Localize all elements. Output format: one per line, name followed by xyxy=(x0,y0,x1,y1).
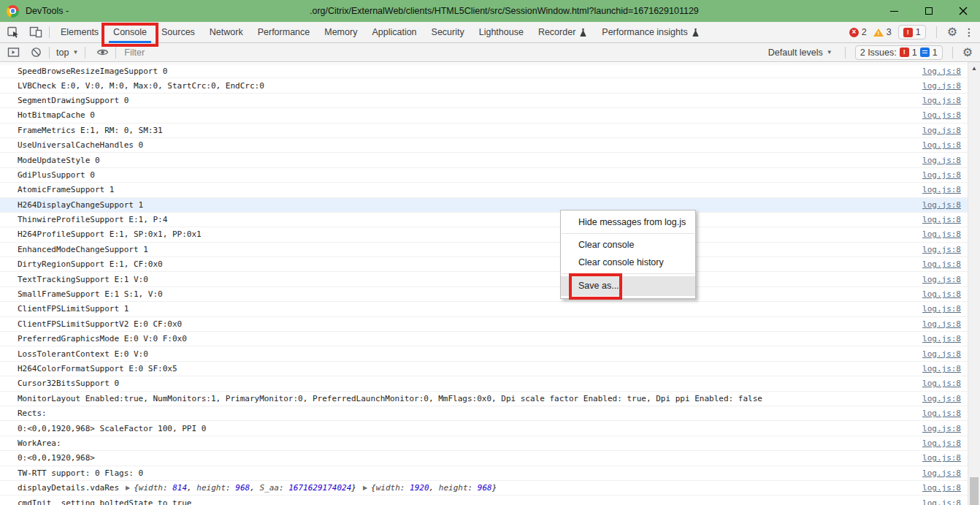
tab-lighthouse[interactable]: Lighthouse xyxy=(472,22,531,43)
console-message-row[interactable]: displayDetails.vdaRes▶{width: 814, heigh… xyxy=(0,481,968,495)
console-message-row[interactable]: ModeUpdateStyle 0log.js:8 xyxy=(0,153,968,167)
console-message-row[interactable]: SmallFrameSupport E:1 S:1, V:0log.js:8 xyxy=(0,287,968,302)
source-link[interactable]: log.js:8 xyxy=(922,334,961,343)
source-link[interactable]: log.js:8 xyxy=(922,349,961,359)
source-link[interactable]: log.js:8 xyxy=(922,379,961,388)
source-link[interactable]: log.js:8 xyxy=(922,200,961,210)
source-link[interactable]: log.js:8 xyxy=(922,215,961,224)
maximize-button[interactable] xyxy=(911,0,946,22)
console-message-row[interactable]: FrameMetrics E:1, RM: 0, SM:31log.js:8 xyxy=(0,124,968,138)
tab-elements[interactable]: Elements xyxy=(53,22,106,43)
source-link[interactable]: log.js:8 xyxy=(922,259,961,269)
log-levels-dropdown[interactable]: Default levels ▼ xyxy=(765,48,835,58)
source-link[interactable]: log.js:8 xyxy=(922,185,961,194)
console-message-row[interactable]: TextTrackingSupport E:1 V:0log.js:8 xyxy=(0,272,968,286)
console-message-row[interactable]: H264DisplayChangeSupport 1log.js:8 xyxy=(0,198,968,213)
menu-item-clear-console[interactable]: Clear console xyxy=(561,236,695,254)
source-link[interactable]: log.js:8 xyxy=(922,483,961,493)
tab-sources[interactable]: Sources xyxy=(154,22,202,43)
context-selector-dropdown[interactable]: top ▼ xyxy=(53,48,81,58)
source-link[interactable]: log.js:8 xyxy=(922,170,961,180)
filter-input[interactable] xyxy=(120,45,765,61)
divider xyxy=(845,47,846,58)
source-link[interactable]: log.js:8 xyxy=(922,110,961,120)
console-message-row[interactable]: HotBitmapCache 0log.js:8 xyxy=(0,108,968,123)
source-link[interactable]: log.js:8 xyxy=(922,453,961,463)
console-message-row[interactable]: TW-RTT support: 0 Flags: 0log.js:8 xyxy=(0,466,968,481)
console-message-row[interactable]: GdiPlusSupport 0log.js:8 xyxy=(0,168,968,183)
more-options-icon[interactable]: ⋮ xyxy=(964,27,974,37)
source-link[interactable]: log.js:8 xyxy=(922,394,961,403)
console-message-row[interactable]: SegmentDrawingSupport 0log.js:8 xyxy=(0,94,968,108)
menu-item-clear-console-history[interactable]: Clear console history xyxy=(561,254,695,271)
source-link[interactable]: log.js:8 xyxy=(922,319,961,329)
source-link[interactable]: log.js:8 xyxy=(922,245,961,254)
tab-memory[interactable]: Memory xyxy=(317,22,364,43)
console-message-row[interactable]: AtomicFrameSupport 1log.js:8 xyxy=(0,183,968,197)
scroll-up-arrow-icon[interactable]: ▲ xyxy=(968,62,980,74)
close-button[interactable] xyxy=(946,0,980,22)
source-link[interactable]: log.js:8 xyxy=(922,498,961,505)
tab-security[interactable]: Security xyxy=(424,22,472,43)
console-message-row[interactable]: ThinwireProfileSupport E:1, P:4log.js:8 xyxy=(0,213,968,227)
console-message-row[interactable]: MonitorLayout Enabled:true, NumMonitors:… xyxy=(0,392,968,406)
menu-item-save-as[interactable]: Save as... xyxy=(561,276,695,296)
source-link[interactable]: log.js:8 xyxy=(922,140,961,150)
inspect-element-button[interactable] xyxy=(4,23,23,42)
console-message-row[interactable]: UseUniversalCacheHandles 0log.js:8 xyxy=(0,138,968,153)
tab-performance-insights[interactable]: Performance insights xyxy=(594,22,706,43)
device-toolbar-button[interactable] xyxy=(26,23,45,42)
console-message-row[interactable]: LossTolerantContext E:0 V:0log.js:8 xyxy=(0,346,968,361)
clear-console-button[interactable] xyxy=(26,43,45,62)
tab-console[interactable]: Console xyxy=(106,22,154,43)
console-message-row[interactable]: SpeedBrowseResizeImageSupport 0log.js:8 xyxy=(0,64,968,78)
source-link[interactable]: log.js:8 xyxy=(922,438,961,448)
console-message-row[interactable]: H264ProfileSupport E:1, SP:0x1, PP:0x1lo… xyxy=(0,227,968,242)
source-link[interactable]: log.js:8 xyxy=(922,126,961,135)
console-message-row[interactable]: ClientFPSLimitSupportV2 E:0 CF:0x0log.js… xyxy=(0,317,968,332)
console-settings-gear-icon[interactable]: ⚙ xyxy=(962,47,973,58)
console-message-row[interactable]: WorkArea:log.js:8 xyxy=(0,436,968,451)
console-errors-badge[interactable]: × 2 xyxy=(849,27,867,37)
console-sidebar-toggle-button[interactable] xyxy=(4,43,23,62)
console-message-row[interactable]: cmdInit setting boltedState to truelog.j… xyxy=(0,495,968,505)
console-message-row[interactable]: Cursor32BitsSupport 0log.js:8 xyxy=(0,376,968,391)
source-link[interactable]: log.js:8 xyxy=(922,289,961,299)
error-count: 2 xyxy=(862,27,867,37)
source-link[interactable]: log.js:8 xyxy=(922,156,961,165)
tab-application[interactable]: Application xyxy=(364,22,424,43)
settings-gear-icon[interactable]: ⚙ xyxy=(947,26,957,38)
console-message-row[interactable]: EnhancedModeChangeSupport 1log.js:8 xyxy=(0,243,968,257)
source-link[interactable]: log.js:8 xyxy=(922,409,961,418)
source-link[interactable]: log.js:8 xyxy=(922,424,961,433)
console-message-row[interactable]: 0:<0,0,1920,968>log.js:8 xyxy=(0,451,968,466)
source-link[interactable]: log.js:8 xyxy=(922,96,961,105)
console-message-row[interactable]: H264ColorFormatSupport E:0 SF:0x5log.js:… xyxy=(0,362,968,376)
minimize-button[interactable] xyxy=(877,0,911,22)
tab-performance[interactable]: Performance xyxy=(250,22,318,43)
scrollbar-thumb[interactable] xyxy=(970,477,979,505)
console-warnings-badge[interactable]: ! 3 xyxy=(873,27,892,37)
source-link[interactable]: log.js:8 xyxy=(922,81,961,91)
source-link[interactable]: log.js:8 xyxy=(922,67,961,76)
issues-counter-button[interactable]: 2 Issues: ! 1 1 xyxy=(855,45,943,60)
object-preview[interactable]: {width: 814, height: 968, S_aa: 16716291… xyxy=(134,483,356,493)
console-message-row[interactable]: 0:<0,0,1920,968> ScaleFactor 100, PPI 0l… xyxy=(0,421,968,436)
source-link[interactable]: log.js:8 xyxy=(922,304,961,314)
menu-item-hide-messages-from-log-js[interactable]: Hide messages from log.js xyxy=(561,213,695,231)
tab-recorder[interactable]: Recorder xyxy=(531,22,594,43)
object-preview[interactable]: {width: 1920, height: 968} xyxy=(371,483,497,493)
vertical-scrollbar[interactable]: ▲ xyxy=(968,62,980,505)
console-message-row[interactable]: PreferredGraphicsMode E:0 V:0 F:0x0log.j… xyxy=(0,332,968,346)
source-link[interactable]: log.js:8 xyxy=(922,468,961,478)
source-link[interactable]: log.js:8 xyxy=(922,275,961,284)
source-link[interactable]: log.js:8 xyxy=(922,364,961,373)
live-expression-button[interactable] xyxy=(93,43,112,62)
issues-badge[interactable]: ! 1 xyxy=(898,25,926,39)
source-link[interactable]: log.js:8 xyxy=(922,229,961,239)
console-message-row[interactable]: DirtyRegionSupport E:1, CF:0x0log.js:8 xyxy=(0,257,968,272)
tab-network[interactable]: Network xyxy=(202,22,250,43)
console-message-row[interactable]: Rects:log.js:8 xyxy=(0,406,968,421)
console-message-row[interactable]: ClientFPSLimitSupport 1log.js:8 xyxy=(0,302,968,316)
console-message-row[interactable]: LVBCheck E:0, V:0, M:0, Max:0, StartCrc:… xyxy=(0,78,968,93)
